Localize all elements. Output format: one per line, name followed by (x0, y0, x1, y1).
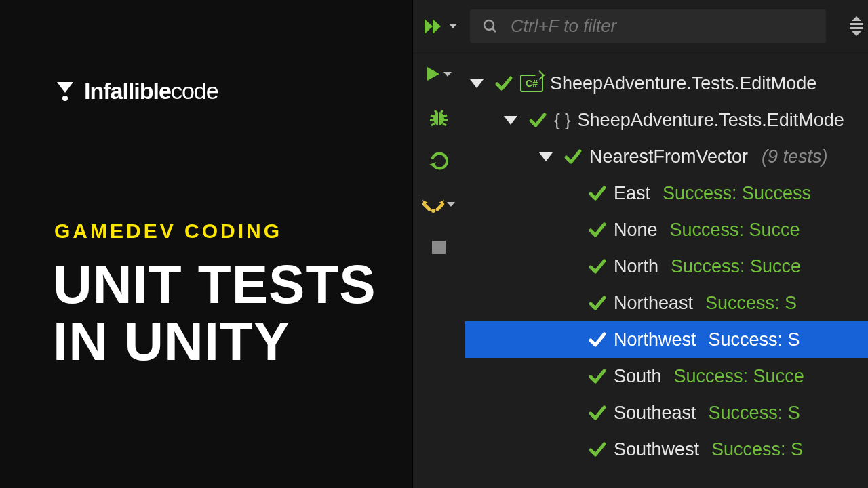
toolbar (413, 0, 868, 53)
pass-icon (588, 220, 607, 239)
brand-logo-icon (54, 81, 76, 102)
test-name: Northwest (614, 329, 696, 350)
pass-icon (528, 110, 547, 129)
tree-label: SheepAdventure.Tests.EditMode (578, 110, 844, 131)
tree-label: NearestFromVector (589, 146, 748, 167)
stop-button[interactable] (418, 236, 459, 259)
tree-node-test[interactable]: SouthwestSuccess: S (465, 431, 868, 468)
tree-node-fixture[interactable]: NearestFromVector (9 tests) (465, 138, 868, 175)
tree-node-test[interactable]: NorthSuccess: Succe (465, 248, 868, 285)
namespace-icon: { } (554, 110, 571, 131)
test-name: Southwest (614, 439, 699, 460)
svg-point-0 (62, 96, 68, 101)
csharp-file-icon: C# (520, 75, 543, 92)
repeat-button[interactable] (418, 149, 459, 172)
svg-line-5 (431, 115, 435, 117)
test-tree[interactable]: C# SheepAdventure.Tests.EditMode { } She… (465, 53, 868, 488)
tree-node-namespace[interactable]: { } SheepAdventure.Tests.EditMode (465, 102, 868, 138)
options-icon[interactable] (848, 16, 865, 36)
test-status: Success: Success (663, 183, 811, 204)
test-status: Success: S (705, 293, 797, 314)
pass-icon (564, 147, 583, 166)
test-status: Success: S (711, 439, 803, 460)
brand: Infalliblecode (54, 78, 218, 104)
test-name: South (614, 366, 662, 387)
test-status: Success: S (709, 403, 800, 424)
run-button[interactable] (418, 62, 459, 85)
svg-point-1 (484, 20, 494, 30)
search-icon (482, 18, 498, 35)
svg-line-2 (492, 28, 496, 32)
tree-node-test[interactable]: NoneSuccess: Succe (465, 211, 868, 248)
brand-name: Infalliblecode (84, 78, 218, 104)
pass-icon (588, 440, 607, 459)
test-name: Northeast (614, 293, 693, 314)
search-box[interactable] (470, 9, 826, 43)
pass-icon (588, 367, 607, 386)
test-name: North (614, 256, 658, 277)
debug-button[interactable] (418, 106, 459, 129)
pass-icon (588, 330, 607, 349)
test-status: Success: S (709, 329, 800, 350)
pass-icon (588, 257, 607, 276)
tree-node-test[interactable]: SoutheastSuccess: S (465, 394, 868, 431)
dropdown-caret-icon[interactable] (447, 202, 455, 207)
tree-label: SheepAdventure.Tests.EditMode (550, 73, 816, 94)
action-bar (413, 53, 465, 488)
pass-icon (588, 184, 607, 203)
test-status: Success: Succe (671, 256, 801, 277)
svg-point-13 (431, 209, 435, 213)
test-name: East (614, 183, 650, 204)
expand-caret-icon[interactable] (504, 116, 517, 125)
expand-caret-icon[interactable] (539, 152, 553, 161)
tree-node-test[interactable]: EastSuccess: Success (465, 175, 868, 211)
svg-rect-14 (432, 241, 446, 254)
pass-icon (494, 74, 513, 93)
pass-icon (588, 293, 607, 312)
expand-caret-icon[interactable] (470, 79, 484, 88)
dropdown-caret-icon[interactable] (443, 72, 452, 77)
svg-line-11 (435, 110, 437, 113)
svg-line-12 (441, 110, 443, 113)
tree-node-test[interactable]: SouthSuccess: Succe (465, 358, 868, 394)
test-name: Southeast (614, 403, 696, 424)
pass-icon (588, 403, 607, 422)
test-explorer-panel: C# SheepAdventure.Tests.EditMode { } She… (412, 0, 868, 488)
promo-panel: Infalliblecode GAMEDEV CODING UNIT TESTS… (0, 0, 412, 488)
svg-line-6 (443, 115, 447, 117)
search-input[interactable] (511, 16, 814, 37)
svg-line-10 (443, 123, 446, 125)
promo-title: UNIT TESTS IN UNITY (53, 256, 376, 370)
coverage-button[interactable] (418, 192, 459, 216)
test-status: Success: Succe (670, 220, 800, 241)
tree-node-test[interactable]: NorthwestSuccess: S (465, 321, 868, 358)
test-count: (9 tests) (762, 146, 828, 167)
tree-node-assembly[interactable]: C# SheepAdventure.Tests.EditMode (465, 65, 868, 102)
test-name: None (614, 220, 658, 241)
run-all-button[interactable] (420, 15, 460, 38)
test-status: Success: Succe (674, 366, 804, 387)
tree-node-test[interactable]: NortheastSuccess: S (465, 285, 868, 321)
svg-line-9 (431, 123, 435, 125)
dropdown-caret-icon[interactable] (449, 24, 457, 28)
promo-subtitle: GAMEDEV CODING (54, 220, 282, 243)
